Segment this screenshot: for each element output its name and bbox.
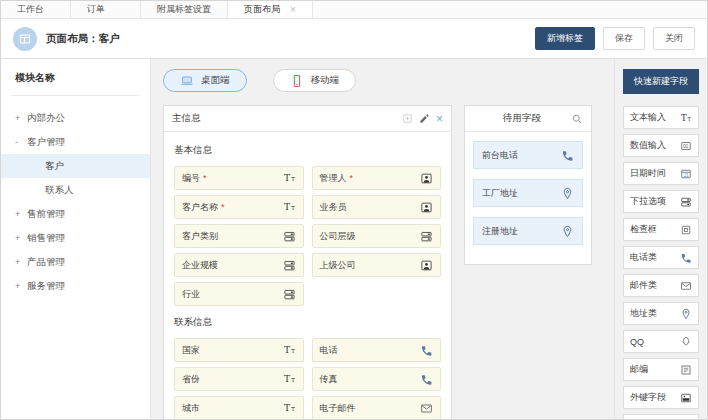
select-icon (283, 259, 296, 272)
tree-toggle-icon: + (15, 233, 27, 243)
quick-create-label: 数值输入 (630, 139, 666, 152)
pin-icon (561, 187, 574, 200)
tab-label: 订单 (87, 3, 105, 16)
field-label: 企业规模 (182, 259, 218, 272)
tab-label: 工作台 (17, 3, 44, 16)
add-box-icon[interactable] (402, 113, 413, 124)
search-icon[interactable] (571, 113, 583, 125)
add-tag-button[interactable]: 新增标签 (535, 27, 595, 50)
field-label: 管理人 (320, 172, 347, 185)
field-label: 传真 (320, 373, 338, 386)
svg-text:T: T (681, 112, 687, 122)
sidebar-item-1[interactable]: -客户管理 (1, 130, 150, 154)
layout-field[interactable]: 行业 (174, 282, 304, 306)
sidebar-item-6[interactable]: +产品管理 (1, 250, 150, 274)
quick-create-field[interactable]: 邮件类 (623, 274, 699, 297)
tab-1[interactable]: 订单 (71, 1, 141, 18)
svg-text:T: T (291, 377, 295, 383)
layout-field[interactable]: 编号*TT (174, 166, 304, 190)
quick-create-field[interactable]: 数值输入01 (623, 134, 699, 157)
layout-field[interactable]: 电话 (312, 338, 442, 362)
tab-2[interactable]: 附属标签设置 (141, 1, 228, 18)
quick-create-field[interactable]: 文本输入TT (623, 106, 699, 129)
svg-text:T: T (291, 406, 295, 412)
quick-create-header[interactable]: 快速新建字段 (623, 69, 699, 94)
sidebar-item-4[interactable]: +售前管理 (1, 202, 150, 226)
svg-text:T: T (284, 373, 291, 384)
layout-field[interactable]: 电子邮件 (312, 396, 442, 420)
layout-field[interactable]: 企业规模 (174, 253, 304, 277)
sidebar-item-label: 联系人 (45, 184, 74, 197)
pending-field-label: 注册地址 (482, 225, 518, 238)
zip-icon (680, 364, 692, 376)
quick-create-field[interactable]: 下拉选项 (623, 190, 699, 213)
page-title: 页面布局：客户 (46, 32, 120, 46)
quick-create-field[interactable]: 日期时间21 (623, 162, 699, 185)
layout-field[interactable]: 业务员 (312, 195, 442, 219)
layout-field[interactable]: 国家TT (174, 338, 304, 362)
quick-create-field[interactable]: 邮编 (623, 358, 699, 381)
smartphone-icon (290, 74, 304, 88)
pending-field[interactable]: 注册地址 (473, 217, 583, 245)
layout-field[interactable]: 公司层级 (312, 224, 442, 248)
mail-icon (420, 402, 433, 415)
main-info-panel: 主信息 × 基本信息编号*TT管理人*客户名称*TT业务员客户类别公司层级企业规… (163, 105, 452, 420)
tab-close-icon[interactable]: × (290, 4, 296, 15)
quick-create-field[interactable]: 外键字段 (623, 386, 699, 409)
layout-field[interactable]: 传真 (312, 367, 442, 391)
select-icon (680, 196, 692, 208)
text-icon: TT (680, 112, 692, 124)
quick-create-field[interactable]: 电话类 (623, 246, 699, 269)
desktop-view-button[interactable]: 桌面端 (163, 69, 247, 92)
field-label: 公司层级 (320, 230, 356, 243)
tab-bar: 工作台订单附属标签设置页面布局× (1, 1, 707, 19)
text-icon: TT (283, 172, 296, 185)
mobile-view-button[interactable]: 移动端 (273, 69, 357, 92)
sidebar-item-3[interactable]: 联系人 (1, 178, 150, 202)
layout-field[interactable]: 省份TT (174, 367, 304, 391)
sidebar-item-7[interactable]: +服务管理 (1, 274, 150, 298)
tree-toggle-icon: + (15, 209, 27, 219)
layout-canvas: 桌面端 移动端 主信息 × (151, 59, 614, 420)
edit-pencil-icon[interactable] (419, 113, 430, 124)
layout-field[interactable]: 管理人* (312, 166, 442, 190)
sidebar-item-0[interactable]: +内部办公 (1, 106, 150, 130)
pending-field[interactable]: 前台电话 (473, 141, 583, 169)
avatar-icon (420, 172, 433, 185)
quick-create-field[interactable]: 映射字段 (623, 414, 699, 420)
avatar-icon (420, 259, 433, 272)
sidebar-item-label: 产品管理 (27, 256, 65, 269)
pending-field[interactable]: 工厂地址 (473, 179, 583, 207)
quick-create-label: 日期时间 (630, 167, 666, 180)
quick-create-label: 下拉选项 (630, 195, 666, 208)
close-button[interactable]: 关闭 (653, 27, 695, 50)
main-info-title: 主信息 (172, 112, 201, 125)
sidebar-item-label: 销售管理 (27, 232, 65, 245)
panel-close-icon[interactable]: × (436, 113, 443, 125)
layout-field[interactable]: 上级公司 (312, 253, 442, 277)
layout-field[interactable]: 客户名称*TT (174, 195, 304, 219)
sidebar-item-5[interactable]: +销售管理 (1, 226, 150, 250)
svg-text:T: T (284, 172, 291, 183)
pin-icon (561, 225, 574, 238)
svg-text:T: T (291, 348, 295, 354)
tab-3[interactable]: 页面布局× (228, 1, 313, 18)
layout-field[interactable]: 客户类别 (174, 224, 304, 248)
phone-icon (561, 149, 574, 162)
quick-create-field[interactable]: QQ (623, 330, 699, 353)
required-asterisk: * (203, 173, 207, 183)
quick-create-label: 邮编 (630, 363, 648, 376)
page-header: 页面布局：客户 新增标签 保存 关闭 (1, 19, 707, 59)
sidebar-item-2[interactable]: 客户 (1, 154, 150, 178)
tab-0[interactable]: 工作台 (1, 1, 71, 18)
tab-label: 页面布局 (244, 3, 280, 16)
quick-create-field[interactable]: 地址类 (623, 302, 699, 325)
text-icon: TT (283, 201, 296, 214)
qq-icon (680, 336, 692, 348)
tree-toggle-icon: + (15, 113, 27, 123)
layout-field[interactable]: 城市TT (174, 396, 304, 420)
section-title: 联系信息 (174, 316, 441, 329)
save-button[interactable]: 保存 (603, 27, 645, 50)
field-label: 省份 (182, 373, 200, 386)
quick-create-field[interactable]: 检查框 (623, 218, 699, 241)
